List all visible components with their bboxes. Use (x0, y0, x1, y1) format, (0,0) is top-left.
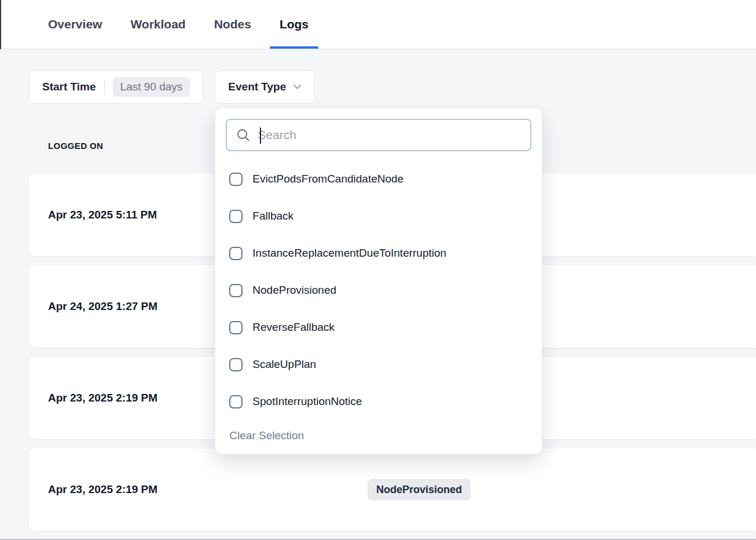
event-type-filter: Event Type EvictPodsFromCandid (215, 70, 315, 104)
logged-on-value: Apr 23, 2025 2:19 PM (48, 483, 157, 496)
text-caret (260, 127, 261, 144)
tab-bar: Overview Workload Nodes Logs (0, 0, 756, 49)
checkbox[interactable] (229, 210, 243, 223)
checkbox[interactable] (229, 395, 243, 408)
option-instance-replacement-due-to-interruption[interactable]: InstanceReplacementDueToInterruption (215, 235, 542, 272)
event-type-badge: NodeProvisioned (368, 479, 471, 501)
tab-nodes[interactable]: Nodes (214, 0, 251, 49)
option-node-provisioned[interactable]: NodeProvisioned (215, 272, 542, 309)
logged-on-value: Apr 23, 2025 2:19 PM (48, 392, 157, 404)
logs-page: Start Time Last 90 days Event Type (0, 49, 756, 540)
tab-overview[interactable]: Overview (48, 0, 102, 49)
tab-workload[interactable]: Workload (130, 0, 185, 49)
logged-on-value: Apr 24, 2025 1:27 PM (48, 300, 157, 313)
checkbox[interactable] (229, 284, 243, 297)
search-box (226, 119, 531, 151)
checkbox[interactable] (229, 173, 243, 186)
start-time-filter-button[interactable]: Start Time Last 90 days (29, 70, 203, 104)
log-row: Apr 23, 2025 2:19 PM NodeProvisioned (29, 448, 756, 531)
checkbox[interactable] (229, 247, 243, 260)
clear-selection-link[interactable]: Clear Selection (215, 420, 542, 442)
search-icon (236, 127, 251, 143)
logged-on-value: Apr 23, 2025 5:11 PM (48, 209, 157, 221)
option-label: EvictPodsFromCandidateNode (252, 173, 403, 185)
tab-logs[interactable]: Logs (280, 0, 309, 49)
checkbox[interactable] (229, 358, 243, 371)
option-evict-pods-from-candidate-node[interactable]: EvictPodsFromCandidateNode (215, 160, 542, 198)
option-label: NodeProvisioned (252, 284, 336, 297)
event-type-dropdown: EvictPodsFromCandidateNode Fallback Inst… (215, 108, 542, 454)
option-fallback[interactable]: Fallback (215, 198, 542, 235)
event-type-filter-button[interactable]: Event Type (215, 70, 315, 104)
start-time-value: Last 90 days (113, 77, 190, 97)
option-spot-interruption-notice[interactable]: SpotInterruptionNotice (215, 383, 542, 420)
event-type-label: Event Type (228, 81, 286, 93)
chevron-down-icon (293, 84, 302, 90)
option-label: InstanceReplacementDueToInterruption (252, 247, 446, 260)
checkbox[interactable] (229, 321, 243, 334)
option-label: SpotInterruptionNotice (252, 395, 362, 408)
filter-divider (104, 79, 105, 94)
option-scale-up-plan[interactable]: ScaleUpPlan (215, 346, 542, 383)
filter-bar: Start Time Last 90 days Event Type (29, 70, 756, 104)
search-input[interactable] (258, 128, 522, 142)
window-left-edge (0, 0, 1, 49)
option-label: Fallback (252, 210, 293, 222)
option-label: ScaleUpPlan (252, 358, 316, 371)
option-label: ReverseFallback (252, 321, 335, 334)
option-reverse-fallback[interactable]: ReverseFallback (215, 309, 542, 346)
start-time-label: Start Time (42, 81, 96, 93)
